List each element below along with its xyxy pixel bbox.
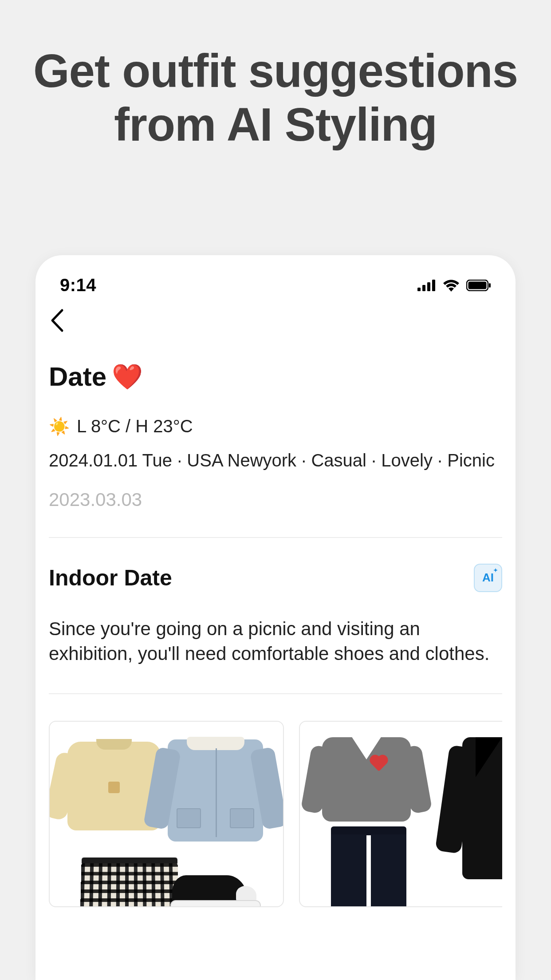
outfit-cards-row [49,694,502,907]
status-time: 9:14 [60,275,96,295]
back-button[interactable] [49,308,502,332]
page-title-text: Date [49,361,106,392]
svg-rect-1 [422,285,425,291]
heart-icon: ❤️ [112,364,143,389]
denim-jacket-icon [168,739,263,842]
created-date: 2023.03.03 [49,489,502,510]
status-bar: 9:14 [35,255,516,297]
trousers-icon [331,826,406,907]
hero-line-2: from AI Styling [114,99,437,150]
ai-badge-button[interactable]: AI ✦ [474,564,502,592]
meta-tags: 2024.01.01 Tue · USA Newyork · Casual · … [49,449,502,472]
wifi-icon [442,279,460,292]
outfit-card[interactable] [299,721,502,907]
coat-icon [462,737,502,879]
weather-text: L 8°C / H 23°C [77,416,193,436]
section-header: Indoor Date AI ✦ [49,538,502,592]
nav-bar [35,297,516,341]
svg-rect-3 [432,280,435,291]
svg-rect-0 [417,288,421,291]
section-title: Indoor Date [49,565,172,591]
svg-rect-6 [489,283,491,288]
phone-frame: 9:14 [35,255,516,980]
section-body: Since you're going on a picnic and visit… [49,616,502,667]
battery-icon [466,280,491,291]
hero-title: Get outfit suggestions from AI Styling [0,0,551,152]
weather-row: ☀️ L 8°C / H 23°C [49,416,502,436]
svg-rect-2 [427,282,430,291]
svg-rect-5 [468,281,487,289]
hero-line-1: Get outfit suggestions [33,45,518,97]
sun-icon: ☀️ [49,418,70,435]
cardigan-icon [322,737,411,822]
status-icons [417,279,491,292]
plaid-skirt-icon [80,862,179,907]
cellular-signal-icon [417,280,436,291]
sparkle-icon: ✦ [493,567,498,573]
ai-badge-label: AI [482,571,494,585]
page-title: Date ❤️ [49,361,502,392]
sneaker-icon [172,871,261,907]
outfit-card[interactable] [49,721,284,907]
content: Date ❤️ ☀️ L 8°C / H 23°C 2024.01.01 Tue… [35,341,516,907]
